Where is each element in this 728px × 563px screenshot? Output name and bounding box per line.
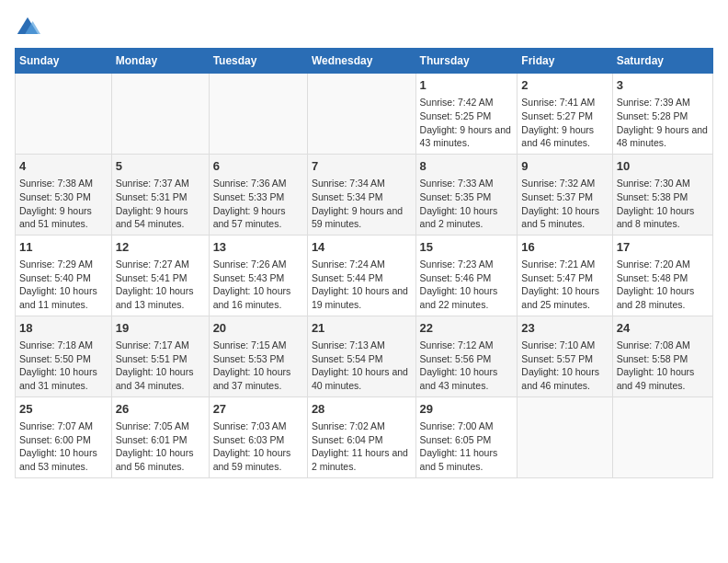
day-info: Sunrise: 7:42 AM [420, 96, 514, 109]
day-info: Sunset: 6:01 PM [116, 433, 205, 447]
calendar-cell: 15Sunrise: 7:23 AMSunset: 5:46 PMDayligh… [415, 235, 518, 316]
day-info: Daylight: 10 hours and 8 minutes. [617, 204, 709, 231]
day-number: 26 [116, 401, 205, 418]
day-info: Daylight: 9 hours and 54 minutes. [116, 204, 205, 231]
calendar-cell: 8Sunrise: 7:33 AMSunset: 5:35 PMDaylight… [415, 154, 518, 235]
day-info: Daylight: 11 hours and 2 minutes. [312, 446, 412, 473]
calendar-week-4: 18Sunrise: 7:18 AMSunset: 5:50 PMDayligh… [16, 316, 713, 396]
logo-icon [15, 15, 40, 40]
day-info: Daylight: 10 hours and 19 minutes. [312, 284, 412, 311]
day-info: Daylight: 10 hours and 31 minutes. [19, 365, 108, 392]
day-info: Daylight: 10 hours and 28 minutes. [617, 284, 709, 311]
day-number: 20 [213, 320, 303, 337]
calendar-cell: 29Sunrise: 7:00 AMSunset: 6:05 PMDayligh… [415, 396, 518, 477]
calendar-cell: 26Sunrise: 7:05 AMSunset: 6:01 PMDayligh… [111, 396, 209, 477]
day-number: 3 [617, 77, 709, 94]
calendar-cell: 5Sunrise: 7:37 AMSunset: 5:31 PMDaylight… [111, 154, 209, 235]
day-info: Sunset: 6:05 PM [420, 433, 514, 447]
day-number: 24 [617, 320, 709, 337]
day-info: Sunrise: 7:24 AM [312, 258, 412, 271]
day-info: Sunset: 5:40 PM [19, 271, 108, 285]
day-info: Daylight: 9 hours and 46 minutes. [521, 123, 608, 150]
day-info: Sunrise: 7:08 AM [617, 339, 709, 352]
day-number: 1 [420, 77, 514, 94]
day-info: Sunset: 5:41 PM [116, 271, 205, 285]
day-number: 8 [420, 158, 514, 175]
day-info: Sunrise: 7:37 AM [116, 177, 205, 190]
calendar-week-2: 4Sunrise: 7:38 AMSunset: 5:30 PMDaylight… [16, 154, 713, 235]
calendar-cell: 14Sunrise: 7:24 AMSunset: 5:44 PMDayligh… [307, 235, 415, 316]
day-info: Sunrise: 7:02 AM [312, 419, 412, 433]
day-number: 21 [312, 320, 412, 337]
calendar-cell: 22Sunrise: 7:12 AMSunset: 5:56 PMDayligh… [415, 316, 518, 396]
day-info: Sunrise: 7:33 AM [420, 177, 514, 190]
day-info: Daylight: 10 hours and 40 minutes. [312, 365, 412, 392]
day-info: Sunset: 5:38 PM [617, 190, 709, 204]
day-number: 19 [116, 320, 205, 337]
day-info: Sunrise: 7:34 AM [312, 177, 412, 190]
day-info: Sunset: 6:03 PM [213, 433, 303, 447]
calendar-cell: 1Sunrise: 7:42 AMSunset: 5:25 PMDaylight… [415, 74, 518, 155]
header [15, 15, 713, 40]
calendar-cell: 20Sunrise: 7:15 AMSunset: 5:53 PMDayligh… [209, 316, 307, 396]
calendar-cell: 28Sunrise: 7:02 AMSunset: 6:04 PMDayligh… [307, 396, 415, 477]
day-number: 25 [19, 401, 108, 418]
calendar-cell: 27Sunrise: 7:03 AMSunset: 6:03 PMDayligh… [209, 396, 307, 477]
calendar-header-row: SundayMondayTuesdayWednesdayThursdayFrid… [16, 49, 713, 74]
day-info: Daylight: 10 hours and 56 minutes. [116, 446, 205, 473]
day-info: Daylight: 10 hours and 16 minutes. [213, 284, 303, 311]
header-wednesday: Wednesday [307, 49, 415, 74]
day-info: Sunrise: 7:12 AM [420, 339, 514, 352]
day-info: Sunset: 5:48 PM [617, 271, 709, 285]
calendar-cell [111, 74, 209, 155]
day-info: Daylight: 10 hours and 49 minutes. [617, 365, 709, 392]
day-info: Sunrise: 7:00 AM [420, 419, 514, 433]
day-info: Sunset: 5:43 PM [213, 271, 303, 285]
day-info: Sunset: 5:50 PM [19, 352, 108, 366]
day-info: Daylight: 10 hours and 5 minutes. [521, 204, 608, 231]
day-info: Daylight: 10 hours and 22 minutes. [420, 284, 514, 311]
day-info: Sunrise: 7:18 AM [19, 339, 108, 352]
day-info: Sunrise: 7:07 AM [19, 419, 108, 433]
day-number: 18 [19, 320, 108, 337]
day-info: Daylight: 10 hours and 59 minutes. [213, 446, 303, 473]
day-info: Sunset: 5:28 PM [617, 109, 709, 123]
day-number: 6 [213, 158, 303, 175]
day-number: 13 [213, 239, 303, 256]
day-info: Sunset: 5:44 PM [312, 271, 412, 285]
calendar-week-3: 11Sunrise: 7:29 AMSunset: 5:40 PMDayligh… [16, 235, 713, 316]
day-info: Daylight: 9 hours and 57 minutes. [213, 204, 303, 231]
day-info: Sunset: 5:46 PM [420, 271, 514, 285]
day-info: Sunset: 5:33 PM [213, 190, 303, 204]
calendar-cell: 6Sunrise: 7:36 AMSunset: 5:33 PMDaylight… [209, 154, 307, 235]
day-number: 16 [521, 239, 608, 256]
calendar-cell: 18Sunrise: 7:18 AMSunset: 5:50 PMDayligh… [16, 316, 112, 396]
day-info: Sunset: 5:25 PM [420, 109, 514, 123]
calendar-cell: 3Sunrise: 7:39 AMSunset: 5:28 PMDaylight… [612, 74, 712, 155]
day-info: Sunrise: 7:21 AM [521, 258, 608, 271]
day-info: Daylight: 11 hours and 5 minutes. [420, 446, 514, 473]
day-number: 27 [213, 401, 303, 418]
day-number: 5 [116, 158, 205, 175]
day-info: Sunset: 6:00 PM [19, 433, 108, 447]
day-number: 12 [116, 239, 205, 256]
day-number: 22 [420, 320, 514, 337]
calendar-week-1: 1Sunrise: 7:42 AMSunset: 5:25 PMDaylight… [16, 74, 713, 155]
day-info: Sunrise: 7:17 AM [116, 339, 205, 352]
day-number: 9 [521, 158, 608, 175]
header-tuesday: Tuesday [209, 49, 307, 74]
day-info: Sunrise: 7:23 AM [420, 258, 514, 271]
header-friday: Friday [518, 49, 612, 74]
day-info: Sunrise: 7:03 AM [213, 419, 303, 433]
day-info: Sunset: 5:31 PM [116, 190, 205, 204]
day-info: Sunrise: 7:32 AM [521, 177, 608, 190]
day-info: Sunrise: 7:05 AM [116, 419, 205, 433]
day-info: Daylight: 10 hours and 46 minutes. [521, 365, 608, 392]
day-info: Sunrise: 7:30 AM [617, 177, 709, 190]
calendar-cell: 24Sunrise: 7:08 AMSunset: 5:58 PMDayligh… [612, 316, 712, 396]
header-monday: Monday [111, 49, 209, 74]
day-info: Sunset: 5:27 PM [521, 109, 608, 123]
header-thursday: Thursday [415, 49, 518, 74]
calendar-cell [307, 74, 415, 155]
calendar-cell: 21Sunrise: 7:13 AMSunset: 5:54 PMDayligh… [307, 316, 415, 396]
